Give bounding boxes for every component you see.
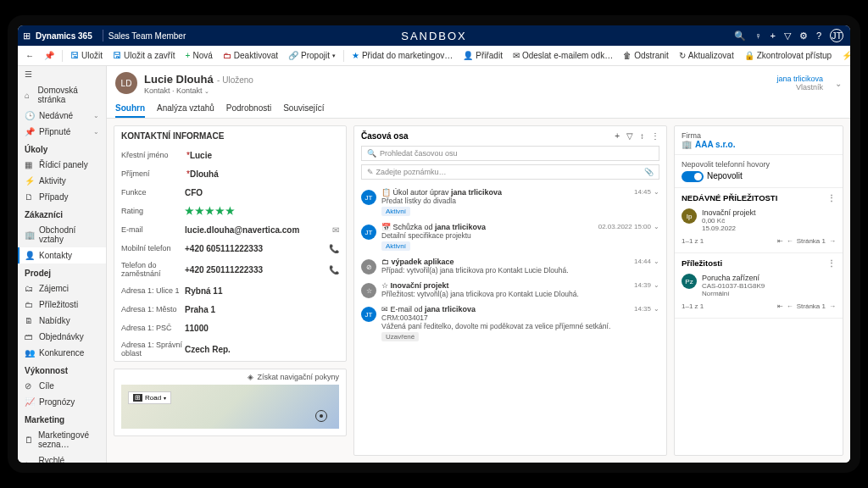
case-item[interactable]: Pz Porucha zařízení CAS-01037-B1G8K9 Nor… (682, 271, 836, 300)
get-directions-button[interactable]: Získat navigační pokyny (257, 373, 339, 381)
tab-details[interactable]: Podrobnosti (226, 100, 271, 118)
phone-block-toggle[interactable]: Nepovolit (682, 171, 836, 182)
refresh-button[interactable]: ↻Aktualizovat (675, 49, 738, 62)
deactivate-button[interactable]: 🗀Deaktivovat (219, 49, 282, 62)
nav-recent[interactable]: 🕒Nedávné⌄ (18, 108, 106, 124)
nav-quick-campaigns[interactable]: ⚑Rychlé kampaně (18, 452, 106, 463)
gear-icon[interactable]: ⚙ (799, 30, 808, 42)
timeline-item[interactable]: ☆ ☆ Inovační projekt Příležitost: vytvoř… (354, 278, 666, 302)
add-activity-icon[interactable]: + (615, 131, 620, 141)
filter-icon[interactable]: ▽ (626, 131, 633, 141)
timeline-search[interactable]: 🔍Prohledat časovou osu (361, 146, 659, 161)
email-field[interactable]: lucie.dlouha@navertica.com (185, 225, 332, 235)
nav-dashboards[interactable]: ▦Řídicí panely (18, 157, 106, 173)
new-button[interactable]: +Nová (181, 49, 217, 62)
sort-icon[interactable]: ↕ (640, 131, 644, 141)
pin-button[interactable]: 📌 (40, 49, 58, 62)
save-button[interactable]: 🖫Uložit (66, 49, 107, 62)
more-icon[interactable]: ⋮ (827, 193, 836, 202)
street-field[interactable]: Rybná 11 (185, 286, 339, 296)
activity-icon: ☆ (361, 283, 376, 298)
timeline-item[interactable]: ⊘ 🗀 výpadek aplikace Případ: vytvořil(a)… (354, 254, 666, 278)
more-icon[interactable]: ⋮ (827, 258, 836, 268)
locate-me-icon[interactable] (315, 410, 327, 422)
record-owner[interactable]: jana trlicikova Vlastník (776, 75, 823, 92)
email-action-icon[interactable]: ✉ (332, 225, 339, 235)
nav-competitors[interactable]: 👥Konkurence (18, 345, 106, 361)
first-page-icon[interactable]: ⇤ (777, 237, 783, 245)
nav-goals[interactable]: ⊘Cíle (18, 378, 106, 394)
add-marketing-button[interactable]: ★Přidat do marketingov… (348, 49, 457, 62)
opportunity-item[interactable]: Ip Inovační projekt 0,00 Kč 15.09.2022 (682, 206, 836, 235)
nav-home[interactable]: ⌂Domovská stránka (18, 82, 106, 108)
assign-button[interactable]: 👤Přiřadit (459, 49, 507, 62)
save-close-button[interactable]: 🖫Uložit a zavřít (108, 49, 180, 62)
activity-icon: ⊘ (361, 259, 376, 274)
timeline-item[interactable]: JT ✉ E-mail od jana trlicikova CRM:00340… (354, 302, 666, 345)
next-page-icon[interactable]: → (829, 237, 836, 245)
nav-activities[interactable]: ⚡Aktivity (18, 173, 106, 189)
environment-badge: SANDBOX (401, 30, 467, 42)
prev-page-icon[interactable]: ← (787, 302, 793, 310)
next-page-icon[interactable]: → (829, 302, 836, 310)
help-icon[interactable]: ? (816, 30, 821, 41)
last-name-field[interactable]: Dlouhá (190, 169, 339, 179)
filter-icon[interactable]: ▽ (784, 30, 791, 42)
chevron-down-icon[interactable]: ⌄ (654, 188, 659, 196)
timeline-note-input[interactable]: ✎ Zadejte poznámku…📎 (361, 164, 659, 180)
timeline-item[interactable]: JT 📅 Schůzka od jana trlicikova Detailní… (354, 219, 666, 254)
tab-relations[interactable]: Analýza vztahů (157, 100, 214, 118)
nav-leads[interactable]: 🗂Zájemci (18, 280, 106, 297)
nav-cases[interactable]: 🗋Případy (18, 189, 106, 205)
tab-related[interactable]: Související (283, 100, 324, 118)
chevron-down-icon[interactable]: ⌄ (654, 258, 659, 265)
call-icon[interactable]: 📞 (329, 244, 339, 253)
timeline-item[interactable]: JT 📋 Úkol autor úprav jana trlicikova Př… (354, 185, 666, 219)
connect-button[interactable]: 🔗Propojit▾ (284, 49, 340, 62)
check-access-button[interactable]: 🔒Zkontrolovat přístup (740, 49, 836, 62)
chevron-down-icon[interactable]: ⌄ (654, 305, 659, 313)
prev-page-icon[interactable]: ← (787, 237, 793, 245)
search-icon[interactable]: 🔍 (734, 30, 746, 42)
chevron-down-icon[interactable]: ⌄ (835, 79, 842, 88)
attachment-icon[interactable]: 📎 (644, 168, 654, 176)
mobile-field[interactable]: +420 605111222333 (185, 244, 329, 253)
call-icon[interactable]: 📞 (329, 265, 339, 274)
tab-summary[interactable]: Souhrn (115, 100, 145, 118)
back-button[interactable]: ← (21, 49, 38, 62)
map-card: ◈Získat navigační pokyny ⊞Road▾ (114, 369, 347, 436)
zip-field[interactable]: 11000 (185, 324, 339, 333)
nav-contacts[interactable]: 👤Kontakty (18, 247, 106, 263)
rating-field[interactable]: ★★★★★ (185, 205, 339, 217)
work-phone-field[interactable]: +420 250111222333 (185, 265, 329, 274)
nav-forecasts[interactable]: 📈Prognózy (18, 394, 106, 410)
lightbulb-icon[interactable]: ♀ (754, 30, 761, 41)
first-name-field[interactable]: Lucie (190, 151, 339, 160)
map-canvas[interactable]: ⊞Road▾ (121, 385, 339, 429)
city-field[interactable]: Praha 1 (185, 305, 339, 314)
chevron-down-icon[interactable]: ⌄ (654, 223, 659, 230)
nav-opportunities[interactable]: 🗀Příležitosti (18, 297, 106, 313)
nav-orders[interactable]: 🗃Objednávky (18, 329, 106, 345)
nav-hamburger[interactable]: ☰ (18, 66, 106, 82)
chevron-down-icon[interactable]: ⌄ (654, 281, 659, 289)
nav-quotes[interactable]: 🗎Nabídky (18, 313, 106, 329)
map-style-dropdown[interactable]: ⊞Road▾ (128, 391, 171, 404)
nav-section-perf: Výkonnost (18, 361, 106, 378)
user-avatar[interactable]: JT (830, 29, 843, 42)
more-icon[interactable]: ⋮ (651, 131, 659, 141)
plus-icon[interactable]: + (770, 30, 775, 41)
firma-link[interactable]: 🏢AAA s.r.o. (682, 140, 836, 149)
app-name[interactable]: Sales Team Member (108, 31, 186, 41)
country-field[interactable]: Czech Rep. (185, 345, 339, 354)
brand-name[interactable]: Dynamics 365 (36, 31, 92, 41)
job-title-field[interactable]: CFO (185, 188, 339, 197)
email-link-button[interactable]: ✉Odeslat e-mailem odk… (509, 49, 617, 62)
app-launcher-icon[interactable]: ⊞ (23, 30, 31, 42)
delete-button[interactable]: 🗑Odstranit (619, 49, 673, 62)
nav-pinned[interactable]: 📌Připnuté⌄ (18, 124, 106, 140)
nav-marketing-lists[interactable]: 🗒Marketingové sezna… (18, 427, 106, 452)
assign-sequence-button[interactable]: ⚡Přiřadit sekvenci (837, 49, 860, 62)
nav-accounts[interactable]: 🏢Obchodní vztahy (18, 222, 106, 247)
first-page-icon[interactable]: ⇤ (777, 302, 783, 310)
